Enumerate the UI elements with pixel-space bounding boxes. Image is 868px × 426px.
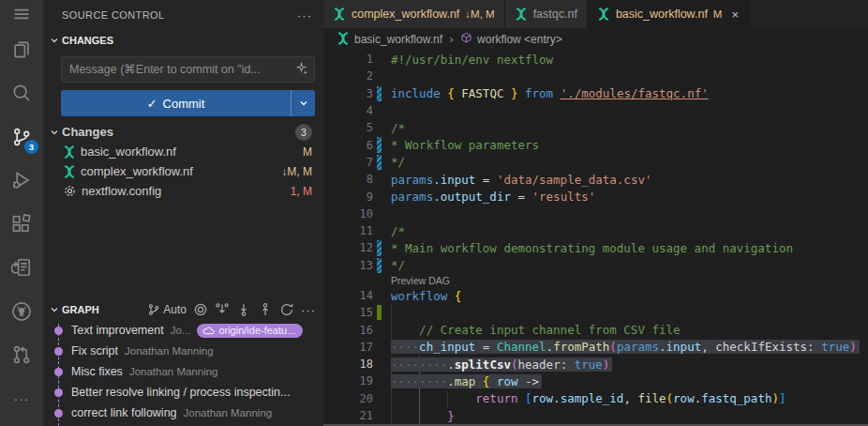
activity-menu[interactable] <box>0 0 43 28</box>
code-line[interactable]: 16 // Create input channel from CSV file <box>323 321 868 338</box>
target-icon[interactable] <box>193 302 208 317</box>
code-line[interactable]: 10 <box>323 205 868 222</box>
code-token <box>455 86 462 100</box>
nextflow-file-icon <box>597 8 610 21</box>
changed-file-row[interactable]: nextflow.config1, M <box>43 181 323 201</box>
code-token: row <box>532 391 554 405</box>
commit-row[interactable]: Fix scriptJonathan Manning <box>43 341 323 361</box>
code-token: { <box>447 86 455 100</box>
code-line[interactable]: 15 <box>323 304 868 321</box>
code-line[interactable]: 6* Workflow parameters <box>323 136 868 153</box>
commit-author: Jonathan Manning <box>125 345 214 357</box>
copilot-sparkle-icon[interactable] <box>295 62 309 79</box>
code-line[interactable]: 11/* <box>323 222 868 239</box>
pull-icon[interactable] <box>236 302 251 317</box>
code-line[interactable]: 8params.input = 'data/sample_data.csv' <box>323 171 868 188</box>
activity-extensions[interactable] <box>0 203 43 246</box>
code-token: ch_input <box>419 340 475 354</box>
extensions-icon <box>11 214 32 235</box>
code-line[interactable]: 7*/ <box>323 154 868 171</box>
code-token: row <box>673 391 695 405</box>
push-icon[interactable] <box>258 302 273 317</box>
activity-source-control[interactable]: 3 <box>0 115 43 159</box>
code-token <box>489 374 497 388</box>
tab-complex_workflow.nf[interactable]: complex_workflow.nf↓M, M <box>323 0 505 28</box>
code-line[interactable]: 21 } <box>323 407 868 424</box>
tab-basic_workflow.nf[interactable]: basic_workflow.nfM× <box>588 0 749 28</box>
tab-fastqc.nf[interactable]: fastqc.nf <box>505 0 588 28</box>
line-number: 11 <box>323 224 373 237</box>
breadcrumb-symbol[interactable]: workflow <entry> <box>477 33 562 46</box>
code-line[interactable]: 13*/ <box>323 257 868 274</box>
file-name: basic_workflow.nf <box>81 145 176 159</box>
refresh-icon[interactable] <box>279 302 294 317</box>
graph-auto-label[interactable]: Auto <box>163 303 187 316</box>
code-line[interactable]: 19········.map { row -> <box>323 373 868 389</box>
line-number: 13 <box>323 259 373 272</box>
graph-auto-toggle[interactable]: Auto <box>147 303 187 316</box>
commit-row[interactable]: Better resolve linking / process inspect… <box>43 382 323 403</box>
code-token: return <box>475 391 517 405</box>
changed-file-row[interactable]: basic_workflow.nfM <box>43 142 323 161</box>
code-token: header: <box>518 358 575 372</box>
activity-more[interactable]: ··· <box>0 377 43 420</box>
activity-github[interactable] <box>0 290 43 333</box>
breadcrumb-file[interactable]: basic_workflow.nf <box>354 33 442 46</box>
code-line-content: * Workflow parameters <box>391 136 539 153</box>
code-line[interactable]: 5/* <box>323 119 868 136</box>
code-line[interactable]: 2 <box>323 68 868 84</box>
commit-dropdown-button[interactable] <box>291 90 315 116</box>
commit-row[interactable]: Text improvementJo...origin/ide-featu... <box>43 320 323 341</box>
code-line[interactable]: 3include { FASTQC } from './modules/fast… <box>323 85 868 102</box>
code-line[interactable]: 14workflow { <box>323 287 868 304</box>
code-line[interactable]: 4 <box>323 102 868 119</box>
branch-ref-pill[interactable]: origin/ide-featu... <box>197 324 303 338</box>
changed-file-row[interactable]: complex_workflow.nf↓M, M <box>43 161 323 181</box>
chevron-down-icon[interactable] <box>47 302 62 317</box>
code-token: #!/usr/bin/env nextflow <box>391 53 553 67</box>
code-lens-link[interactable]: Preview DAG <box>391 275 450 286</box>
line-number: 6 <box>323 139 373 152</box>
code-token: . <box>553 391 561 405</box>
commit-button[interactable]: ✓ Commit <box>61 90 315 116</box>
activity-search[interactable] <box>0 71 43 114</box>
activity-report[interactable] <box>0 246 43 289</box>
fetch-icon[interactable] <box>215 302 230 317</box>
commit-message-input[interactable] <box>61 56 315 83</box>
changes-section-header[interactable]: CHANGES <box>43 30 323 51</box>
line-number: 4 <box>323 104 373 117</box>
code-token: workflow <box>391 289 455 303</box>
code-token: = <box>475 173 497 187</box>
whitespace-dots: ···· <box>391 340 419 354</box>
code-token: . <box>447 358 455 372</box>
tab-label: basic_workflow.nf <box>616 8 708 21</box>
more-actions-icon[interactable]: ··· <box>301 303 316 317</box>
code-token: } <box>447 409 455 423</box>
code-token: FASTQC <box>461 86 503 100</box>
more-actions-icon[interactable]: ··· <box>297 8 312 23</box>
line-number: 16 <box>323 324 373 337</box>
code-token: fastq_path <box>701 391 771 405</box>
code-line[interactable]: 1#!/usr/bin/env nextflow <box>323 51 868 68</box>
activity-explorer[interactable] <box>0 28 43 71</box>
commit-row[interactable]: Misc fixesJonathan Manning <box>43 361 323 382</box>
code-line[interactable]: 17····ch_input = Channel.fromPath(params… <box>323 339 868 356</box>
code-line[interactable]: 18········.splitCsv(header: true) <box>323 356 868 373</box>
commit-dot-icon <box>54 327 63 335</box>
code-line-content: include { FASTQC } from './modules/fastq… <box>391 85 709 102</box>
code-line[interactable]: 9params.output_dir = 'results' <box>323 188 868 205</box>
commit-row[interactable]: correct link followingJonathan Manning <box>43 403 323 423</box>
code-token: include <box>391 86 447 100</box>
chevron-down-icon <box>47 33 62 48</box>
code-line-content: return [row.sample_id, file(row.fastq_pa… <box>391 390 786 407</box>
activity-run-debug[interactable] <box>0 159 43 202</box>
code-line[interactable]: 20 return [row.sample_id, file(row.fastq… <box>323 390 868 407</box>
code-token: params <box>391 190 433 204</box>
code-line[interactable]: 12* Main workflow demonstrating module u… <box>323 239 868 256</box>
code-token: , <box>701 340 715 354</box>
branch-icon[interactable] <box>147 303 160 316</box>
close-icon[interactable]: × <box>731 8 739 22</box>
activity-pull-request[interactable] <box>0 333 43 376</box>
changes-tree-header[interactable]: Changes 3 <box>43 122 323 142</box>
code-line-content: ········.map { row -> <box>391 373 542 389</box>
